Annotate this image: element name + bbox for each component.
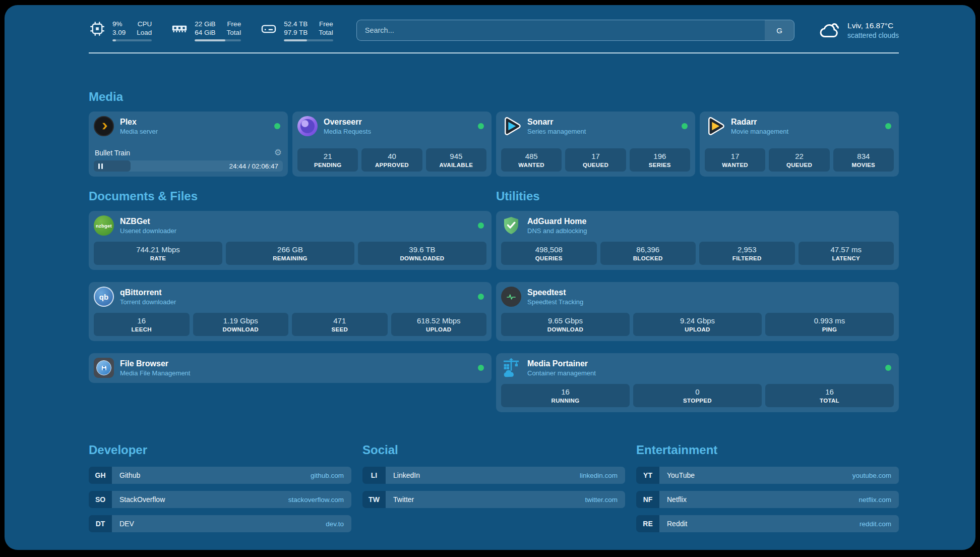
service-card-sonarr[interactable]: Sonarr Series management 485WANTED 17QUE…	[496, 112, 695, 177]
stat-block: 86,396BLOCKED	[600, 242, 696, 265]
service-subtitle: Usenet downloader	[120, 227, 472, 235]
stat-value: 2,953	[700, 245, 794, 254]
stat-block: 9.24 GbpsUPLOAD	[633, 313, 762, 336]
floppy-icon	[101, 365, 107, 371]
search-bar: G	[356, 20, 794, 41]
bookmark-stackoverflow[interactable]: SO StackOverflowstackoverflow.com	[89, 491, 351, 508]
cpu-widget: 9% CPU 3.09 Load	[89, 20, 152, 41]
stat-label: LATENCY	[800, 255, 893, 261]
disk-progress-track	[284, 39, 333, 41]
bookmarks-developer: Developer GH Githubgithub.com SO StackOv…	[89, 442, 351, 539]
qbittorrent-card-header: qb qBittorrent Torrent downloader	[94, 287, 486, 307]
stat-value: 16	[766, 387, 893, 397]
service-title: File Browser	[120, 359, 472, 369]
sonarr-card-header: Sonarr Series management	[501, 116, 690, 136]
bookmark-twitter[interactable]: TW Twittertwitter.com	[362, 491, 625, 508]
system-stats: 9% CPU 3.09 Load	[89, 20, 333, 41]
stat-value: 9.24 Gbps	[634, 316, 761, 325]
stat-value: 0.993 ms	[766, 316, 893, 325]
section-title-entertainment: Entertainment	[636, 442, 899, 458]
cpu-icon	[89, 20, 106, 37]
stat-label: UPLOAD	[634, 326, 761, 332]
bookmark-abbr: SO	[89, 491, 112, 508]
stat-label: TOTAL	[766, 398, 893, 404]
service-card-qbittorrent[interactable]: qb qBittorrent Torrent downloader 16LEEC…	[89, 282, 492, 341]
stat-block: 618.52 MbpsUPLOAD	[391, 313, 487, 336]
pause-icon[interactable]	[98, 163, 103, 169]
cloud-icon	[818, 19, 841, 42]
search-provider-button[interactable]: G	[765, 20, 794, 40]
memory-widget: 22 GiB Free 64 GiB Total	[171, 20, 241, 41]
service-card-adguard[interactable]: AdGuard Home DNS and adblocking 498,508Q…	[496, 211, 899, 270]
service-card-overseerr[interactable]: Overseerr Media Requests 21PENDING 40APP…	[292, 112, 492, 177]
stat-value: 0	[634, 387, 761, 397]
stat-value: 16	[95, 316, 189, 325]
service-card-filebrowser[interactable]: File Browser Media File Management	[89, 353, 492, 383]
bookmark-domain: youtube.com	[852, 472, 891, 479]
settings-gear-icon[interactable]	[274, 148, 282, 157]
service-title: NZBGet	[120, 216, 472, 227]
search-input[interactable]	[357, 20, 765, 40]
service-card-nzbget[interactable]: nzbget NZBGet Usenet downloader 744.21 M…	[89, 211, 492, 270]
stat-label: QUERIES	[502, 255, 596, 261]
bookmark-domain: linkedin.com	[580, 472, 618, 479]
bookmark-domain: reddit.com	[860, 520, 891, 528]
bookmark-domain: github.com	[311, 472, 344, 479]
stat-block: 17QUEUED	[565, 148, 626, 172]
cpu-load-value: 3.09	[112, 28, 126, 37]
stat-block: 16TOTAL	[765, 384, 894, 407]
disk-widget-body: 52.4 TB Free 97.9 TB Total	[284, 20, 333, 41]
bookmark-name: YouTube	[667, 471, 695, 479]
stat-label: UPLOAD	[392, 326, 486, 332]
dashboard-panel: 9% CPU 3.09 Load	[5, 5, 975, 550]
status-dot	[274, 123, 280, 129]
bookmark-dev[interactable]: DT DEVdev.to	[89, 515, 351, 532]
memory-widget-body: 22 GiB Free 64 GiB Total	[195, 20, 241, 41]
service-title: Media Portainer	[527, 359, 879, 369]
now-playing-title: Bullet Train	[95, 149, 130, 157]
service-card-speedtest[interactable]: Speedtest Speedtest Tracking 9.65 GbpsDO…	[496, 282, 899, 341]
service-title: Radarr	[731, 117, 879, 127]
stat-block: 945AVAILABLE	[426, 148, 486, 172]
adguard-icon	[501, 215, 521, 236]
overseerr-icon	[297, 116, 318, 136]
disk-total-value: 97.9 TB	[284, 28, 308, 37]
bookmark-reddit[interactable]: RE Redditreddit.com	[636, 515, 899, 532]
bookmark-name: LinkedIn	[393, 471, 420, 479]
memory-progress-track	[195, 39, 241, 41]
bookmark-linkedin[interactable]: LI LinkedInlinkedin.com	[362, 467, 625, 484]
service-card-radarr[interactable]: Radarr Movie management 17WANTED 22QUEUE…	[700, 112, 899, 177]
bookmark-abbr: LI	[362, 467, 386, 484]
stat-value: 485	[502, 151, 561, 161]
service-card-plex[interactable]: Plex Media server Bullet Train	[89, 112, 288, 177]
stat-block: 16LEECH	[94, 313, 190, 336]
stat-value: 22	[770, 151, 828, 161]
service-card-portainer[interactable]: Media Portainer Container management 16R…	[496, 353, 899, 412]
cpu-usage-value: 9%	[112, 20, 126, 28]
cpu-progress-fill	[112, 39, 116, 41]
stat-value: 9.65 Gbps	[502, 316, 629, 325]
stat-value: 17	[566, 151, 625, 161]
bookmark-netflix[interactable]: NF Netflixnetflix.com	[636, 491, 899, 508]
stat-value: 945	[427, 151, 485, 161]
stat-block: 40APPROVED	[361, 148, 422, 172]
service-subtitle: Speedtest Tracking	[527, 298, 894, 306]
stat-block: 2,953FILTERED	[699, 242, 795, 265]
stat-block: 498,508QUERIES	[501, 242, 597, 265]
stat-block: 39.6 TBDOWNLOADED	[358, 242, 486, 265]
bookmark-github[interactable]: GH Githubgithub.com	[89, 467, 351, 484]
memory-total-value: 64 GiB	[195, 28, 215, 37]
memory-free-label: Free	[227, 20, 241, 28]
disk-free-label: Free	[319, 20, 333, 28]
playback-progress-bar[interactable]: 24:44 / 02:06:47	[94, 160, 283, 172]
memory-icon	[171, 20, 188, 37]
bookmark-domain: twitter.com	[585, 496, 618, 504]
stat-value: 471	[293, 316, 387, 325]
disk-widget: 52.4 TB Free 97.9 TB Total	[260, 20, 333, 41]
speedtest-icon	[501, 287, 521, 307]
bookmark-youtube[interactable]: YT YouTubeyoutube.com	[636, 467, 899, 484]
bookmark-abbr: RE	[636, 515, 659, 532]
stat-value: 834	[834, 151, 893, 161]
status-dot	[478, 365, 484, 371]
section-media: Media Plex Media server	[89, 89, 899, 177]
